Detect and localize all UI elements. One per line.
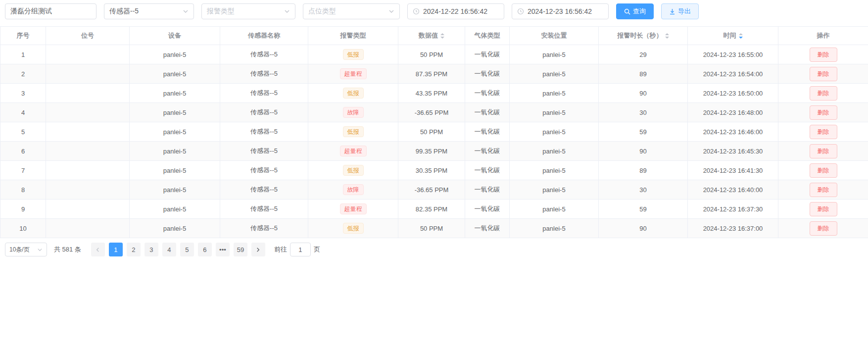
export-button[interactable]: 导出 bbox=[661, 3, 699, 19]
pager-page-5[interactable]: 5 bbox=[180, 243, 194, 256]
end-time-value: 2024-12-23 16:56:42 bbox=[528, 7, 592, 15]
pagination-bar: 10条/页 共 581 条 123456•••59 前往 页 bbox=[0, 238, 868, 261]
cell-alarm-type: 故障 bbox=[308, 103, 398, 122]
alarm-type-select[interactable]: 报警类型 bbox=[201, 3, 295, 19]
pager-page-3[interactable]: 3 bbox=[145, 243, 158, 256]
column-header-alarm-type: 报警类型 bbox=[308, 27, 398, 45]
cell-sensor-name: 传感器--5 bbox=[220, 45, 308, 64]
column-header-gas-type: 气体类型 bbox=[465, 27, 510, 45]
cell-device: panlei-5 bbox=[130, 84, 220, 103]
cell-index: 6 bbox=[0, 142, 46, 161]
cell-alarm-type: 超量程 bbox=[308, 200, 398, 219]
cell-gas-type: 一氧化碳 bbox=[465, 219, 510, 238]
cell-duration: 90 bbox=[599, 142, 688, 161]
delete-button[interactable]: 删除 bbox=[810, 144, 837, 158]
cell-device: panlei-5 bbox=[130, 180, 220, 200]
delete-button[interactable]: 删除 bbox=[810, 86, 837, 101]
column-header-label: 位号 bbox=[81, 31, 94, 40]
cell-location: panlei-5 bbox=[510, 84, 599, 103]
alarm-type-select-placeholder: 报警类型 bbox=[207, 7, 235, 16]
pager-page-6[interactable]: 6 bbox=[198, 243, 212, 256]
chevron-down-icon bbox=[284, 8, 290, 14]
cell-duration: 30 bbox=[599, 103, 688, 122]
cell-gas-type: 一氧化碳 bbox=[465, 161, 510, 180]
export-button-label: 导出 bbox=[678, 7, 691, 16]
delete-button[interactable]: 删除 bbox=[810, 183, 837, 197]
query-button-label: 查询 bbox=[633, 7, 646, 16]
pager-page-4[interactable]: 4 bbox=[162, 243, 176, 256]
cell-index: 8 bbox=[0, 180, 46, 200]
delete-button[interactable]: 删除 bbox=[810, 163, 837, 178]
cell-location: panlei-5 bbox=[510, 103, 599, 122]
page-size-select[interactable]: 10条/页 bbox=[5, 243, 47, 256]
delete-button[interactable]: 删除 bbox=[810, 221, 837, 236]
prev-page-button[interactable] bbox=[91, 243, 105, 256]
total-count: 共 581 条 bbox=[54, 245, 81, 254]
column-header-value[interactable]: 数据值 bbox=[398, 27, 465, 45]
alarm-type-tag: 低报 bbox=[343, 165, 364, 176]
cell-alarm-type: 超量程 bbox=[308, 142, 398, 161]
chevron-down-icon bbox=[183, 8, 189, 14]
pager: 123456•••59 bbox=[89, 243, 267, 256]
column-header-label: 报警时长（秒） bbox=[618, 31, 663, 40]
query-button[interactable]: 查询 bbox=[616, 3, 654, 19]
cell-location: panlei-5 bbox=[510, 64, 599, 84]
group-name-input[interactable] bbox=[5, 3, 96, 19]
cell-tag-no bbox=[46, 200, 130, 219]
sort-caret-icon[interactable] bbox=[739, 33, 743, 39]
cell-value: 99.35 PPM bbox=[398, 142, 465, 161]
cell-sensor-name: 传感器--5 bbox=[220, 64, 308, 84]
cell-time: 2024-12-23 16:40:00 bbox=[688, 180, 778, 200]
pager-page-2[interactable]: 2 bbox=[127, 243, 141, 256]
delete-button[interactable]: 删除 bbox=[810, 48, 837, 62]
column-header-label: 操作 bbox=[817, 31, 830, 40]
cell-index: 3 bbox=[0, 84, 46, 103]
pager-page-59[interactable]: 59 bbox=[234, 243, 247, 256]
cell-action: 删除 bbox=[778, 180, 868, 200]
column-header-label: 报警类型 bbox=[340, 31, 366, 40]
alarm-type-tag: 故障 bbox=[343, 184, 364, 195]
next-page-button[interactable] bbox=[251, 243, 265, 256]
cell-location: panlei-5 bbox=[510, 142, 599, 161]
goto-page-input[interactable] bbox=[290, 243, 311, 256]
column-header-label: 数据值 bbox=[419, 31, 438, 40]
start-time-picker[interactable]: 2024-12-22 16:56:42 bbox=[407, 3, 504, 19]
cell-alarm-type: 超量程 bbox=[308, 64, 398, 84]
cell-value: 50 PPM bbox=[398, 219, 465, 238]
cell-tag-no bbox=[46, 84, 130, 103]
end-time-picker[interactable]: 2024-12-23 16:56:42 bbox=[512, 3, 609, 19]
sensor-select[interactable]: 传感器--5 bbox=[104, 3, 194, 19]
point-type-select[interactable]: 点位类型 bbox=[303, 3, 400, 19]
cell-index: 5 bbox=[0, 122, 46, 142]
cell-gas-type: 一氧化碳 bbox=[465, 45, 510, 64]
cell-alarm-type: 低报 bbox=[308, 122, 398, 142]
cell-time: 2024-12-23 16:45:30 bbox=[688, 142, 778, 161]
delete-button[interactable]: 删除 bbox=[810, 202, 837, 216]
cell-index: 7 bbox=[0, 161, 46, 180]
cell-action: 删除 bbox=[778, 161, 868, 180]
cell-tag-no bbox=[46, 219, 130, 238]
delete-button[interactable]: 删除 bbox=[810, 105, 837, 120]
alarm-type-tag: 故障 bbox=[343, 107, 364, 118]
cell-device: panlei-5 bbox=[130, 219, 220, 238]
cell-device: panlei-5 bbox=[130, 142, 220, 161]
cell-duration: 59 bbox=[599, 200, 688, 219]
cell-value: 50 PPM bbox=[398, 45, 465, 64]
cell-value: -36.65 PPM bbox=[398, 180, 465, 200]
delete-button[interactable]: 删除 bbox=[810, 125, 837, 139]
cell-value: 50 PPM bbox=[398, 122, 465, 142]
cell-gas-type: 一氧化碳 bbox=[465, 84, 510, 103]
pager-page-1[interactable]: 1 bbox=[109, 243, 123, 256]
column-header-sensor-name: 传感器名称 bbox=[220, 27, 308, 45]
table-header-row: 序号位号设备传感器名称报警类型数据值气体类型安装位置报警时长（秒）时间操作 bbox=[0, 27, 868, 45]
sort-caret-icon[interactable] bbox=[665, 33, 669, 39]
sort-caret-icon[interactable] bbox=[440, 33, 444, 39]
cell-location: panlei-5 bbox=[510, 45, 599, 64]
column-header-duration[interactable]: 报警时长（秒） bbox=[599, 27, 688, 45]
cell-location: panlei-5 bbox=[510, 219, 599, 238]
column-header-time[interactable]: 时间 bbox=[688, 27, 778, 45]
cell-tag-no bbox=[46, 103, 130, 122]
download-icon bbox=[669, 8, 675, 15]
delete-button[interactable]: 删除 bbox=[810, 67, 837, 81]
pager-more-button[interactable]: ••• bbox=[216, 243, 230, 256]
